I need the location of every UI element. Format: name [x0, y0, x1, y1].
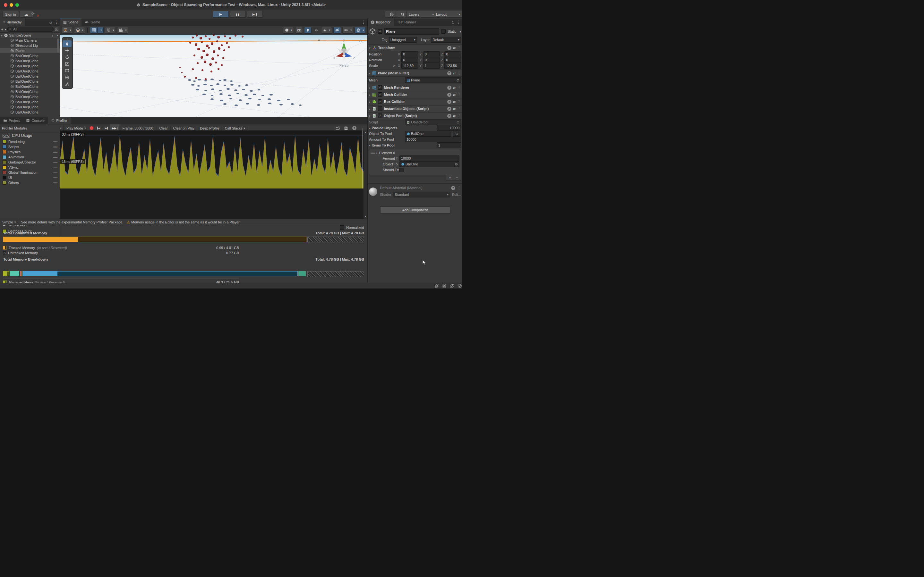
component-menu-icon[interactable]: ⋮ [457, 85, 461, 90]
list-item[interactable]: BallOne(Clone [0, 69, 60, 74]
zoom-window-button[interactable] [15, 3, 19, 7]
tab-project[interactable]: Project [0, 117, 23, 124]
help-icon[interactable]: ? [447, 107, 451, 111]
legend-item[interactable]: UI══ [0, 175, 60, 180]
pause-button[interactable]: ▮▮ [230, 11, 246, 18]
minimize-window-button[interactable] [10, 3, 13, 7]
list-item[interactable]: BallOne(Clone [0, 89, 60, 94]
snap-button[interactable] [105, 27, 116, 34]
static-checkbox[interactable] [441, 29, 446, 34]
scroll-up-icon[interactable]: ▲ [56, 34, 59, 37]
component-menu-icon[interactable]: ⋮ [457, 113, 461, 118]
mesh-filter-header[interactable]: Plane (Mesh Filter) ?⇄⋮ [368, 69, 462, 77]
tab-game[interactable]: Game [81, 19, 103, 26]
shader-dropdown[interactable]: Standard [393, 192, 450, 197]
inspector-menu-icon[interactable]: ⋮ [457, 20, 461, 24]
list-item[interactable]: BallOne(Clone [0, 74, 60, 79]
scale-tool-button[interactable] [63, 61, 71, 67]
charts-scrollbar[interactable]: ▲ ▼ [363, 131, 367, 219]
first-frame-button[interactable]: ◀ [95, 127, 103, 130]
presets-icon[interactable]: ⇄ [453, 114, 456, 118]
position-y-field[interactable]: 0 [423, 51, 440, 57]
scene-camera-dropdown[interactable] [342, 27, 354, 34]
lock-icon[interactable] [451, 20, 455, 24]
memory-profiler-link[interactable]: See more details with the experimental M… [21, 220, 123, 224]
legend-item[interactable]: Others══ [0, 180, 60, 185]
clear-button[interactable]: Clear [157, 126, 170, 130]
tag-dropdown[interactable]: Untagged [389, 37, 417, 43]
position-z-field[interactable]: 0 [444, 51, 461, 57]
help-icon[interactable]: ? [447, 93, 451, 97]
scale-z-field[interactable]: 123.56 [444, 63, 461, 69]
help-icon[interactable]: ? [447, 114, 451, 118]
transform-tool-button[interactable] [63, 74, 71, 81]
grid-snap-button[interactable] [90, 27, 97, 34]
scale-x-field[interactable]: 112.59 [401, 63, 418, 69]
breakdown-bar[interactable] [3, 271, 306, 276]
component-enabled-checkbox[interactable] [378, 106, 383, 111]
material-menu-icon[interactable]: ⋮ [457, 185, 461, 190]
component-enabled-checkbox[interactable] [378, 92, 383, 97]
presets-icon[interactable]: ⇄ [453, 71, 456, 75]
progress-done-icon[interactable] [457, 284, 462, 288]
list-item[interactable]: Directional Lig [0, 43, 60, 48]
tab-scene[interactable]: Scene [60, 19, 81, 26]
cache-disabled-icon[interactable] [442, 284, 447, 288]
list-item[interactable]: BallOne(Clone [0, 84, 60, 89]
orientation-gizmo[interactable]: ≡ y x z Persp [330, 37, 359, 72]
element-amount-field[interactable]: 10000 [399, 155, 459, 161]
tab-inspector[interactable]: i Inspector [368, 19, 394, 26]
list-item-selected[interactable]: Plane [0, 48, 60, 53]
committed-bar[interactable] [3, 237, 306, 242]
component-menu-icon[interactable]: ⋮ [457, 45, 461, 50]
active-checkbox[interactable] [378, 29, 383, 34]
rotation-y-field[interactable]: 0 [423, 57, 440, 63]
remove-element-button[interactable]: − [456, 175, 458, 180]
add-component-button[interactable]: Add Component [380, 206, 450, 213]
mesh-renderer-header[interactable]: Mesh Renderer ?⇄⋮ [368, 84, 462, 91]
instantiate-objects-header[interactable]: Instantiate Objects (Script) ?⇄⋮ [368, 105, 462, 112]
hierarchy-menu-icon[interactable]: ⋮ [55, 20, 58, 24]
component-menu-icon[interactable]: ⋮ [457, 106, 461, 111]
hidden-objects-button[interactable] [333, 27, 341, 34]
amount-to-pool-field[interactable]: 10000 [405, 137, 461, 142]
save-profile-icon[interactable] [344, 126, 349, 131]
layout-dropdown[interactable]: Layout [434, 11, 462, 18]
profiler-modules-dropdown[interactable]: Profiler Modules [0, 124, 64, 132]
presets-icon[interactable]: ⇄ [453, 86, 456, 89]
tab-test-runner[interactable]: Test Runner [394, 19, 419, 26]
close-window-button[interactable] [4, 3, 7, 7]
list-item[interactable]: BallOne(Clone [0, 63, 60, 69]
scene-panel-menu-icon[interactable]: ⋮ [362, 20, 367, 24]
scene-audio-button[interactable] [313, 27, 320, 33]
call-stacks-dropdown[interactable]: Call Stacks [222, 126, 248, 130]
help-icon[interactable]: ? [447, 71, 451, 75]
list-item[interactable]: Main Camera [0, 38, 60, 43]
presets-icon[interactable]: ⇄ [453, 107, 456, 111]
material-preview-sphere[interactable] [369, 187, 377, 196]
gizmo-lock-icon[interactable] [359, 39, 362, 43]
component-menu-icon[interactable]: ⋮ [457, 71, 461, 75]
items-to-pool-size-field[interactable]: 1 [437, 142, 461, 148]
clear-on-play-button[interactable]: Clear on Play [170, 126, 197, 130]
list-item[interactable]: BallOne(Clone [0, 53, 60, 58]
element-label[interactable]: Element 0 [379, 151, 395, 155]
element-foldout[interactable] [376, 151, 378, 155]
rotation-x-field[interactable]: 0 [401, 57, 418, 63]
overlay-menu-icon[interactable]: ≡ [318, 38, 320, 42]
normalized-checkbox[interactable] [340, 226, 344, 230]
object-name-field[interactable]: Plane [384, 28, 439, 35]
rect-tool-button[interactable] [63, 67, 71, 74]
list-item[interactable]: BallOne(Clone [0, 58, 60, 63]
legend-item[interactable]: GarbageCollector══ [0, 160, 60, 165]
custom-tool-button[interactable] [63, 81, 71, 87]
script-object-field[interactable]: ObjectPool ⊙ [405, 119, 461, 125]
legend-item[interactable]: Global Illumination══ [0, 170, 60, 175]
draw-mode-dropdown[interactable] [283, 27, 294, 34]
play-mode-dropdown[interactable]: Play Mode [64, 126, 89, 130]
rotation-z-field[interactable]: 0 [444, 57, 461, 63]
should-expand-checkbox[interactable] [399, 168, 404, 172]
cpu-module[interactable]: CPU CPU Usage Rendering══ Scripts══ Phys… [0, 131, 60, 219]
tool-settings-button[interactable] [61, 27, 73, 34]
tab-console[interactable]: Console [23, 117, 47, 124]
